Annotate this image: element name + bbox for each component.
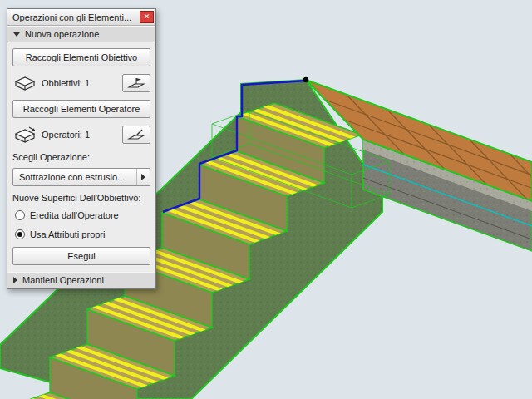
targets-row: Obbiettivi: 1 [12,72,150,94]
section-header-mantieni-operazioni[interactable]: Mantieni Operazioni [7,272,155,288]
palette-title-bar[interactable]: Operazioni con gli Elementi... ✕ [7,9,155,26]
radio-eredita-button[interactable] [15,210,25,220]
new-surfaces-label: Nuove Superfici Dell'Obbiettivo: [12,193,150,203]
collect-operators-button[interactable]: Raccogli Elementi Operatore [12,100,150,118]
palette-title: Operazioni con gli Elementi... [12,12,140,22]
radio-row-usa-attributi[interactable]: Usa Attributi propri [12,228,150,241]
selection-node [303,77,308,82]
show-operators-button[interactable] [122,126,150,144]
operator-elements-icon [12,126,37,144]
section-nuova-operazione-label: Nuova operazione [25,29,99,39]
target-elements-icon [12,74,37,92]
operation-value: Sottrazione con estrusio... [19,172,136,182]
solid-operations-palette: Operazioni con gli Elementi... ✕ Nuova o… [7,8,156,289]
execute-button[interactable]: Esegui [12,247,150,265]
dropdown-arrow-icon [141,174,145,180]
radio-eredita-label: Eredita dall'Operatore [30,210,119,220]
flag-plane-icon [127,76,145,90]
radio-row-eredita[interactable]: Eredita dall'Operatore [12,209,150,222]
radio-usa-attributi-label: Usa Attributi propri [30,229,105,239]
operators-count: Operatori: 1 [42,130,118,140]
section-header-nuova-operazione[interactable]: Nuova operazione [7,26,155,42]
choose-operation-label: Scegli Operazione: [12,152,150,162]
collect-targets-button[interactable]: Raccogli Elementi Obiettivo [12,48,150,66]
pencil-plane-icon [127,128,145,141]
section-mantieni-operazioni-label: Mantieni Operazioni [22,275,104,285]
collapse-arrow-icon [13,32,20,37]
operators-row: Operatori: 1 [12,124,150,145]
palette-content: Raccogli Elementi Obiettivo Obbiettivi: … [7,42,155,272]
show-targets-button[interactable] [122,74,150,92]
dropdown-arrow-box [136,169,150,185]
expand-arrow-icon [13,277,17,283]
close-button[interactable]: ✕ [140,11,154,23]
operation-dropdown[interactable]: Sottrazione con estrusio... [12,168,150,186]
application-window: Operazioni con gli Elementi... ✕ Nuova o… [0,0,532,399]
radio-usa-attributi-button[interactable] [15,229,25,239]
targets-count: Obbiettivi: 1 [42,78,118,88]
